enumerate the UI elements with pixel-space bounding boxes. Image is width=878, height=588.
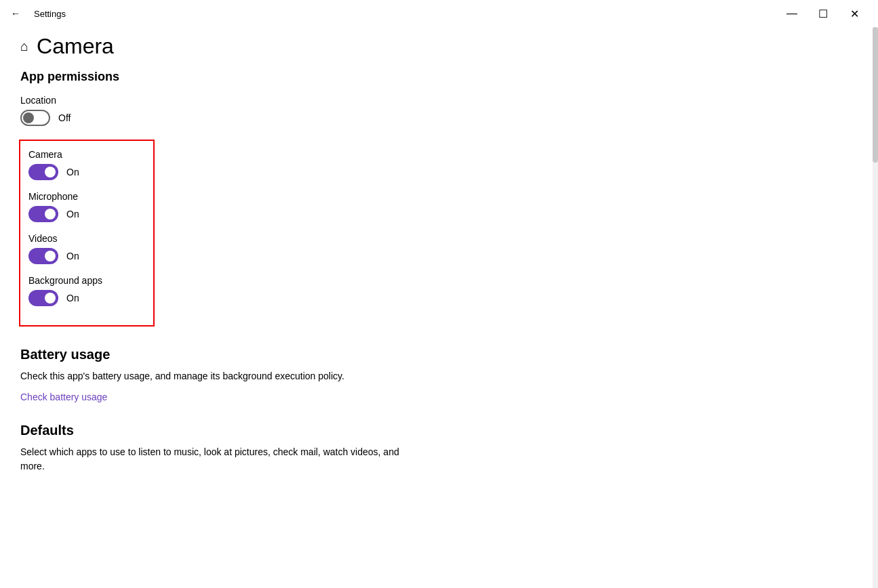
title-bar: ← Settings — ☐ ✕ bbox=[0, 0, 878, 27]
page-title: Camera bbox=[37, 34, 114, 59]
app-permissions-heading: App permissions bbox=[20, 70, 858, 84]
scrollbar[interactable] bbox=[873, 27, 878, 588]
camera-toggle[interactable] bbox=[28, 164, 58, 180]
battery-usage-title: Battery usage bbox=[20, 347, 858, 362]
videos-toggle-knob bbox=[45, 251, 56, 261]
location-section: Location Off bbox=[20, 95, 858, 126]
minimize-button[interactable]: — bbox=[776, 3, 807, 24]
microphone-permission-item: Microphone On bbox=[28, 191, 145, 222]
highlighted-permissions-section: Camera On Microphone On bbox=[19, 140, 155, 327]
location-toggle-knob bbox=[23, 112, 34, 123]
window-controls: — ☐ ✕ bbox=[776, 3, 870, 24]
defaults-section: Defaults Select which apps to use to lis… bbox=[20, 423, 858, 474]
location-toggle[interactable] bbox=[20, 110, 50, 126]
location-toggle-label: Off bbox=[58, 112, 71, 123]
videos-label: Videos bbox=[28, 233, 145, 244]
videos-toggle-row: On bbox=[28, 248, 145, 264]
background-apps-label: Background apps bbox=[28, 275, 145, 286]
background-apps-toggle[interactable] bbox=[28, 290, 58, 306]
background-apps-permission-item: Background apps On bbox=[28, 275, 145, 306]
microphone-toggle-knob bbox=[45, 209, 56, 219]
battery-usage-description: Check this app's battery usage, and mana… bbox=[20, 369, 400, 383]
location-label: Location bbox=[20, 95, 858, 106]
maximize-button[interactable]: ☐ bbox=[807, 3, 839, 24]
camera-permission-item: Camera On bbox=[28, 149, 145, 180]
main-content: ⌂ Camera App permissions Location Off Ca… bbox=[0, 27, 878, 588]
microphone-toggle-label: On bbox=[66, 209, 79, 219]
title-bar-left: ← Settings bbox=[8, 5, 66, 22]
background-apps-toggle-knob bbox=[45, 293, 56, 303]
defaults-title: Defaults bbox=[20, 423, 858, 438]
microphone-label: Microphone bbox=[28, 191, 145, 202]
page-header: ⌂ Camera bbox=[20, 34, 858, 59]
camera-toggle-label: On bbox=[66, 167, 79, 177]
camera-label: Camera bbox=[28, 149, 145, 160]
camera-toggle-row: On bbox=[28, 164, 145, 180]
microphone-toggle[interactable] bbox=[28, 206, 58, 222]
check-battery-usage-link[interactable]: Check battery usage bbox=[20, 392, 107, 402]
camera-toggle-knob bbox=[45, 167, 56, 177]
videos-toggle-label: On bbox=[66, 251, 79, 261]
scrollbar-thumb[interactable] bbox=[873, 27, 878, 163]
background-apps-toggle-row: On bbox=[28, 290, 145, 306]
home-icon: ⌂ bbox=[20, 39, 28, 54]
location-toggle-row: Off bbox=[20, 110, 858, 126]
close-button[interactable]: ✕ bbox=[839, 3, 870, 24]
videos-permission-item: Videos On bbox=[28, 233, 145, 264]
microphone-toggle-row: On bbox=[28, 206, 145, 222]
back-button[interactable]: ← bbox=[8, 5, 23, 22]
videos-toggle[interactable] bbox=[28, 248, 58, 264]
background-apps-toggle-label: On bbox=[66, 293, 79, 303]
highlighted-inner: Camera On Microphone On bbox=[20, 149, 145, 306]
settings-title: Settings bbox=[34, 9, 66, 19]
defaults-description: Select which apps to use to listen to mu… bbox=[20, 445, 400, 474]
battery-usage-section: Battery usage Check this app's battery u… bbox=[20, 347, 858, 402]
